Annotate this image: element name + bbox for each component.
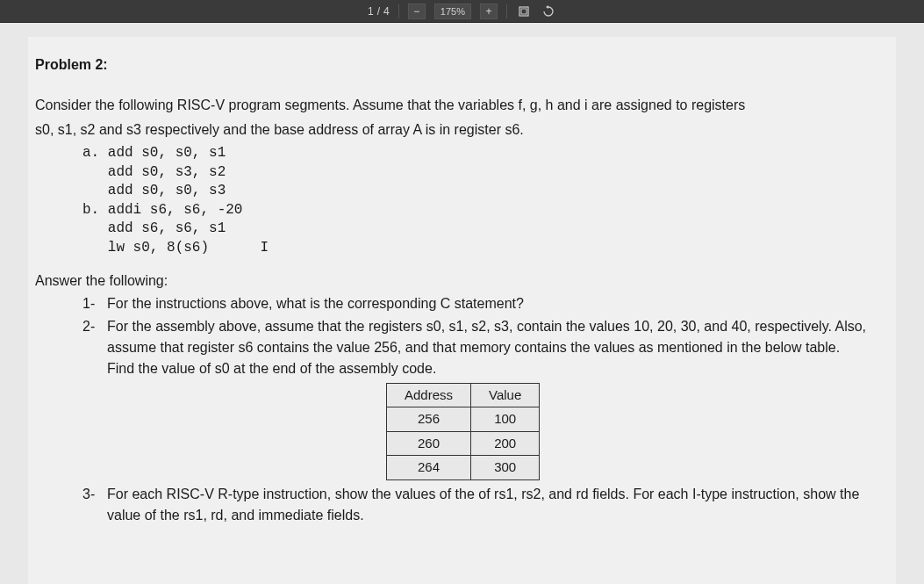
intro-text-line2: s0, s1, s2 and s3 respectively and the b… <box>35 119 889 141</box>
question-1: 1- For the instructions above, what is t… <box>82 293 889 314</box>
zoom-out-button[interactable]: − <box>408 4 426 19</box>
question-text: For the instructions above, what is the … <box>107 293 889 314</box>
answer-header: Answer the following: <box>35 270 889 292</box>
page-total: 4 <box>383 5 390 18</box>
table-header-row: Address Value <box>387 383 540 407</box>
question-list-continued: 3- For each RISC-V R-type instruction, s… <box>82 484 889 526</box>
question-text: For the assembly above, assume that the … <box>107 316 889 379</box>
question-3: 3- For each RISC-V R-type instruction, s… <box>82 484 889 526</box>
document-viewport: Problem 2: Consider the following RISC-V… <box>0 23 924 584</box>
zoom-in-button[interactable]: + <box>480 4 498 19</box>
table-row: 264 300 <box>387 456 540 480</box>
question-number: 2- <box>82 316 107 379</box>
toolbar-divider <box>506 4 507 18</box>
page-current: 1 <box>368 5 374 18</box>
rotate-icon[interactable] <box>541 4 556 19</box>
header-value: Value <box>471 383 540 407</box>
table-row: 260 200 <box>387 431 540 456</box>
problem-title: Problem 2: <box>35 54 889 76</box>
table-row: 256 100 <box>387 407 540 432</box>
question-number: 1- <box>82 293 107 314</box>
fit-page-icon[interactable] <box>516 4 532 19</box>
header-address: Address <box>387 383 471 407</box>
memory-table: Address Value 256 100 260 200 264 300 <box>386 383 540 480</box>
assembly-code: a. add s0, s0, s1 add s0, s3, s2 add s0,… <box>82 144 889 258</box>
question-list: 1- For the instructions above, what is t… <box>82 293 889 379</box>
document-page: Problem 2: Consider the following RISC-V… <box>28 37 896 584</box>
toolbar-divider <box>398 4 399 18</box>
question-2: 2- For the assembly above, assume that t… <box>82 316 889 379</box>
zoom-level[interactable]: 175% <box>434 4 471 19</box>
svg-rect-1 <box>521 9 526 14</box>
page-indicator: 1 / 4 <box>368 5 390 18</box>
text-cursor: I <box>260 240 269 256</box>
question-number: 3- <box>82 484 107 526</box>
question-text: For each RISC-V R-type instruction, show… <box>107 484 889 526</box>
pdf-toolbar: 1 / 4 − 175% + <box>0 0 924 23</box>
intro-text-line1: Consider the following RISC-V program se… <box>35 95 889 116</box>
